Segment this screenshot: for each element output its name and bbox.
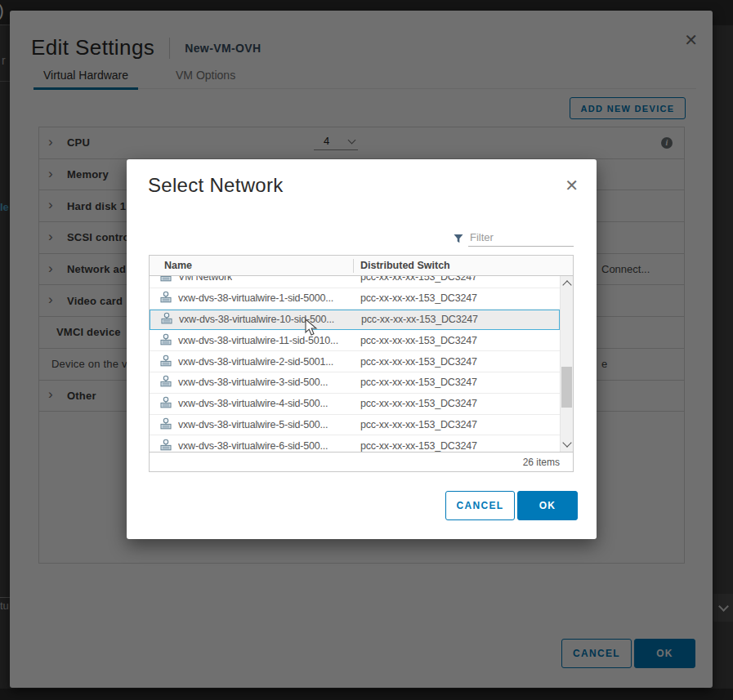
- network-portgroup-icon: [159, 354, 172, 369]
- network-name: VM Network: [178, 276, 232, 283]
- scrollbar[interactable]: [560, 276, 573, 452]
- close-icon[interactable]: ✕: [565, 177, 579, 194]
- network-row[interactable]: vxw-dvs-38-virtualwire-1-sid-5000...pcc-…: [150, 288, 560, 310]
- network-name: vxw-dvs-38-virtualwire-6-sid-500...: [178, 440, 328, 452]
- select-network-modal: Select Network ✕ Name Distributed Switch…: [127, 159, 597, 539]
- scroll-up-icon[interactable]: [562, 280, 571, 289]
- network-portgroup-icon: [159, 396, 172, 411]
- network-row[interactable]: vxw-dvs-38-virtualwire-11-sid-5010...pcc…: [150, 330, 560, 351]
- network-name-cell: vxw-dvs-38-virtualwire-2-sid-5001...: [150, 354, 354, 369]
- network-name: vxw-dvs-38-virtualwire-3-sid-500...: [178, 377, 328, 388]
- cancel-button[interactable]: CANCEL: [445, 491, 515, 520]
- network-name-cell: vxw-dvs-38-virtualwire-4-sid-500...: [150, 396, 354, 411]
- distributed-switch-cell: pcc-xx-xx-xx-153_DC3247: [354, 276, 477, 283]
- network-name: vxw-dvs-38-virtualwire-4-sid-500...: [178, 398, 328, 409]
- mouse-cursor: [305, 319, 320, 337]
- distributed-switch-cell: pcc-xx-xx-xx-153_DC3247: [354, 440, 477, 452]
- network-name-cell: vxw-dvs-38-virtualwire-11-sid-5010...: [150, 333, 354, 348]
- network-name-cell: vxw-dvs-38-virtualwire-1-sid-5000...: [150, 291, 354, 305]
- filter-input[interactable]: [468, 231, 574, 247]
- network-name: vxw-dvs-38-virtualwire-5-sid-500...: [178, 419, 328, 430]
- network-name-cell: vxw-dvs-38-virtualwire-10-sid-500...: [150, 312, 355, 327]
- network-name-cell: vxw-dvs-38-virtualwire-6-sid-500...: [150, 439, 354, 452]
- network-portgroup-icon: [159, 276, 172, 284]
- distributed-switch-cell: pcc-xx-xx-xx-153_DC3247: [354, 356, 477, 368]
- network-name: vxw-dvs-38-virtualwire-2-sid-5001...: [178, 356, 333, 368]
- network-table: Name Distributed Switch VM Networkpcc-xx…: [149, 255, 574, 472]
- distributed-switch-cell: pcc-xx-xx-xx-153_DC3247: [355, 314, 478, 325]
- network-row[interactable]: VM Networkpcc-xx-xx-xx-153_DC3247: [150, 276, 560, 288]
- network-row[interactable]: vxw-dvs-38-virtualwire-2-sid-5001...pcc-…: [150, 351, 560, 372]
- network-portgroup-icon: [159, 291, 172, 305]
- network-name-cell: vxw-dvs-38-virtualwire-5-sid-500...: [150, 417, 354, 432]
- modal-title: Select Network: [148, 174, 284, 197]
- table-header: Name Distributed Switch: [150, 256, 573, 276]
- scrollbar-thumb[interactable]: [561, 367, 572, 408]
- ok-button[interactable]: OK: [517, 491, 578, 520]
- distributed-switch-cell: pcc-xx-xx-xx-153_DC3247: [354, 398, 477, 409]
- items-count: 26 items: [523, 457, 560, 468]
- network-name-cell: VM Network: [150, 276, 354, 284]
- distributed-switch-cell: pcc-xx-xx-xx-153_DC3247: [354, 419, 477, 430]
- network-row[interactable]: vxw-dvs-38-virtualwire-5-sid-500...pcc-x…: [150, 415, 560, 436]
- table-body: VM Networkpcc-xx-xx-xx-153_DC3247vxw-dvs…: [150, 276, 573, 452]
- distributed-switch-cell: pcc-xx-xx-xx-153_DC3247: [354, 377, 477, 388]
- network-row[interactable]: vxw-dvs-38-virtualwire-4-sid-500...pcc-x…: [150, 394, 560, 415]
- network-portgroup-icon: [160, 312, 173, 327]
- table-footer: 26 items: [150, 452, 573, 471]
- network-portgroup-icon: [159, 375, 172, 390]
- network-row[interactable]: vxw-dvs-38-virtualwire-6-sid-500...pcc-x…: [150, 435, 560, 452]
- network-portgroup-icon: [159, 417, 172, 432]
- network-row[interactable]: vxw-dvs-38-virtualwire-3-sid-500...pcc-x…: [150, 372, 560, 394]
- column-header-distributed-switch[interactable]: Distributed Switch: [354, 260, 450, 271]
- network-name: vxw-dvs-38-virtualwire-1-sid-5000...: [178, 292, 333, 304]
- network-portgroup-icon: [159, 333, 172, 348]
- scroll-down-icon[interactable]: [562, 438, 571, 447]
- filter-funnel-icon: [454, 234, 463, 243]
- distributed-switch-cell: pcc-xx-xx-xx-153_DC3247: [354, 292, 477, 304]
- distributed-switch-cell: pcc-xx-xx-xx-153_DC3247: [354, 335, 477, 346]
- column-header-name[interactable]: Name: [150, 260, 353, 271]
- network-row[interactable]: vxw-dvs-38-virtualwire-10-sid-500...pcc-…: [150, 310, 560, 331]
- network-portgroup-icon: [159, 439, 172, 452]
- filter-control: [454, 231, 574, 247]
- network-name-cell: vxw-dvs-38-virtualwire-3-sid-500...: [150, 375, 354, 390]
